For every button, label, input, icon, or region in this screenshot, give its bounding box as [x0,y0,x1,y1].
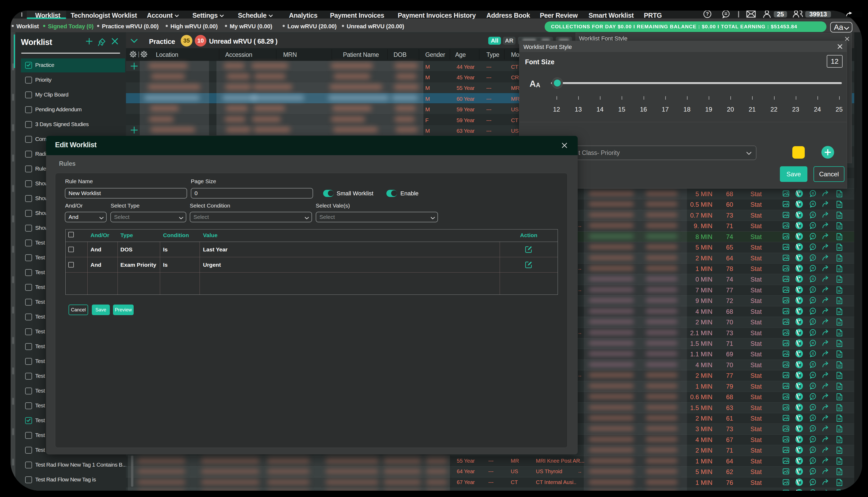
svg-text:R: R [798,234,801,239]
svg-text:R: R [798,288,801,292]
svg-text:R: R [798,469,801,474]
svg-text:R: R [798,267,801,271]
svg-text:?: ? [706,11,709,17]
svg-text:R: R [798,363,801,367]
svg-text:R: R [798,395,801,399]
svg-text:R: R [798,341,801,346]
svg-text:R: R [798,202,801,207]
svg-text:R: R [798,352,801,356]
svg-text:R: R [798,373,801,378]
svg-text:R: R [798,298,801,303]
svg-text:R: R [798,416,801,421]
svg-text:R: R [798,309,801,314]
svg-text:R: R [798,330,801,335]
svg-text:R: R [798,448,801,453]
svg-text:R: R [798,191,801,196]
svg-text:R: R [798,224,801,228]
svg-text:R: R [798,320,801,324]
svg-text:R: R [798,213,801,217]
svg-text:R: R [798,245,801,250]
svg-text:R: R [798,427,801,431]
svg-text:R: R [798,256,801,260]
svg-text:R: R [798,437,801,442]
svg-text:R: R [798,480,801,485]
svg-text:R: R [798,277,801,282]
svg-text:R: R [798,405,801,410]
svg-text:R: R [798,384,801,388]
svg-text:R: R [798,459,801,463]
